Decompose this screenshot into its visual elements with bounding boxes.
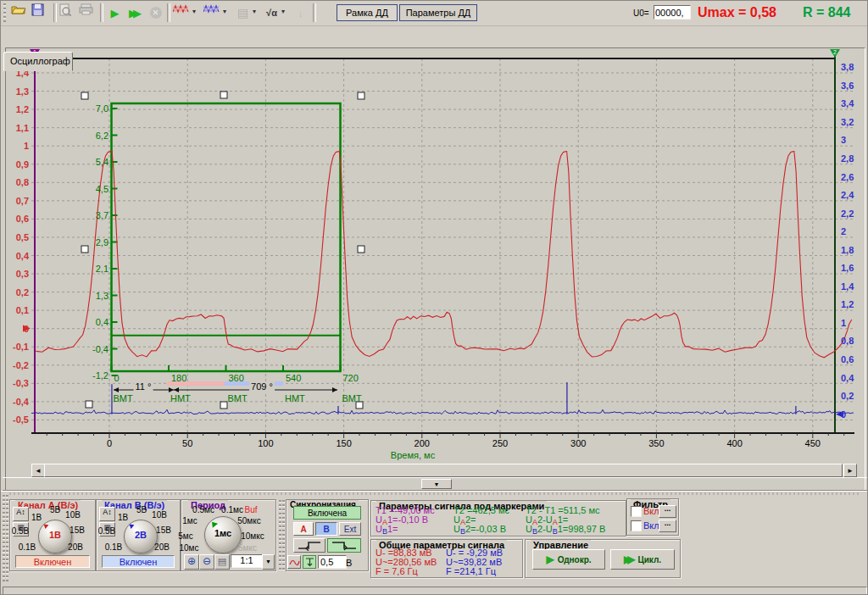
- sync-source-ext[interactable]: Ext: [339, 522, 361, 536]
- knob-scale-label: 5мкс: [238, 543, 257, 553]
- filter-a-more-button[interactable]: ...: [659, 505, 676, 518]
- r-value: R = 844: [803, 5, 850, 20]
- period-group: Период 1мс 10мс5мс1мс0.5мс0.1мсBuf50мкс1…: [181, 499, 276, 571]
- red-axis-label: -0,1: [13, 342, 29, 352]
- blue-axis-label: 0,8: [841, 336, 854, 346]
- knob-scale-label: 0.5мс: [192, 505, 214, 514]
- print-preview-icon: [58, 3, 78, 22]
- toolbar-gripper[interactable]: [3, 3, 6, 22]
- channel-a-on-button[interactable]: Включен: [15, 555, 90, 568]
- scroll-left-button[interactable]: ◄: [31, 464, 45, 477]
- green-scale-label: 5,4: [96, 157, 108, 167]
- red-axis-label: -0,5: [13, 414, 29, 425]
- knob-scale-label: 1В: [118, 513, 128, 522]
- sync-group: Синхронизация Включена А В Ext В: [286, 499, 369, 571]
- x-axis-tick-label: 450: [805, 438, 821, 448]
- sync-level-input[interactable]: [318, 555, 347, 569]
- red-axis-label: -0,4: [13, 397, 29, 407]
- degree-axis-label: 180: [171, 373, 186, 383]
- stop-icon: ✕: [146, 3, 165, 22]
- blue-axis-label: 1,6: [841, 263, 854, 273]
- blue-axis-label: 2,2: [841, 209, 854, 219]
- green-scale-label: 6,2: [96, 131, 108, 141]
- filter-b-checkbox[interactable]: [631, 520, 642, 531]
- splitter-collapse-button[interactable]: ▼: [421, 479, 452, 489]
- zoom-ratio-dropdown[interactable]: ▼: [262, 554, 275, 570]
- scroll-right-button[interactable]: ►: [843, 464, 857, 477]
- math-sqrt-icon[interactable]: √α: [262, 3, 281, 22]
- x-axis-title: Время, мс: [391, 450, 435, 460]
- cycle-run-button[interactable]: ▶▶ Цикл.: [610, 549, 675, 570]
- sync-source-a[interactable]: А: [293, 522, 314, 536]
- sync-level-marker-button[interactable]: [303, 555, 316, 569]
- knob-scale-label: 5мс: [178, 531, 192, 541]
- knob-scale-label: Buf: [244, 505, 257, 514]
- red-axis-label: 0,4: [16, 251, 29, 261]
- horizontal-scrollbar[interactable]: ◄ ►: [31, 464, 855, 475]
- marker-value: UВ2=-0,03 В: [453, 524, 506, 534]
- sync-edge-falling[interactable]: [327, 538, 361, 553]
- control-panel: Канал А (В/э) А↕ ▦ 1В 0.1В0.5В1В5В10В15В…: [1, 491, 868, 587]
- knob-scale-label: 10мкс: [241, 531, 264, 541]
- report-page-button[interactable]: ▤: [214, 554, 230, 570]
- report-icon: ▤: [233, 3, 253, 22]
- sync-source-b[interactable]: В: [315, 522, 337, 536]
- sync-edge-rising[interactable]: [293, 538, 326, 553]
- knob-scale-label: 10В: [152, 510, 167, 520]
- channel-b-adjust-button[interactable]: А↕: [99, 507, 115, 521]
- report-dropdown-icon[interactable]: ▾: [253, 8, 256, 15]
- x-axis-tick-label: 400: [726, 438, 742, 448]
- filter-b-more-button[interactable]: ...: [659, 520, 676, 532]
- blue-axis-label: 0,6: [841, 354, 854, 364]
- blue-axis-label: 0,2: [841, 391, 854, 401]
- zoom-in-button[interactable]: ⊕: [184, 554, 199, 570]
- green-scale-label: 7,0: [96, 103, 108, 114]
- math-sqrt-dropdown-icon[interactable]: ▾: [281, 8, 285, 15]
- channel-a-trace-dropdown-icon[interactable]: ▾: [192, 8, 196, 15]
- stroke-label: ВМТ: [342, 393, 362, 403]
- frame-dd-button[interactable]: Рамка ДД: [337, 4, 398, 21]
- scroll-thumb[interactable]: [44, 464, 843, 477]
- play-icon: ▶: [546, 553, 554, 565]
- toolbar: ▶▶▶✕▾▾▤▾√α▾↓ Рамка ДД Параметры ДД U0= U…: [1, 1, 868, 26]
- red-axis-label: 0,3: [16, 269, 29, 279]
- knob-scale-label: 5В: [50, 505, 60, 514]
- zoom-out-button[interactable]: ⊖: [199, 554, 214, 570]
- panel-splitter[interactable]: ▼: [3, 477, 867, 491]
- blue-axis-label: 3,8: [841, 62, 854, 72]
- zoom-ratio-select[interactable]: 1:1: [231, 554, 263, 568]
- filter-a-checkbox[interactable]: [631, 506, 642, 517]
- u0-input[interactable]: [654, 5, 691, 19]
- red-axis-label: 1,3: [16, 86, 29, 97]
- save-file-icon[interactable]: [31, 3, 51, 22]
- green-scale-label: 4,5: [96, 184, 108, 194]
- knob-scale-label: 15В: [70, 525, 85, 535]
- general-value-b: F =214,1 Гц: [446, 566, 496, 576]
- blue-axis-label: 2,4: [841, 190, 854, 200]
- plot-area[interactable]: [5, 47, 865, 492]
- run-single-icon[interactable]: ▶: [105, 3, 125, 22]
- single-run-button[interactable]: ▶ Однокр.: [532, 549, 605, 570]
- channel-b-trace-dropdown-icon[interactable]: ▾: [223, 8, 226, 15]
- channel-b-trace-icon[interactable]: [203, 3, 223, 22]
- run-cycle-icon[interactable]: ▶▶: [125, 3, 145, 22]
- knob-scale-label: 20В: [154, 542, 170, 552]
- knob-scale-label: 0.1В: [19, 542, 36, 552]
- channel-a-group: Канал А (В/э) А↕ ▦ 1В 0.1В0.5В1В5В10В15В…: [9, 499, 96, 571]
- general-params-group: Общие параметры сигнала U- =88,83 мВU~=2…: [370, 539, 523, 578]
- green-scale-label: -1,2: [92, 370, 108, 381]
- channel-a-adjust-button[interactable]: А↕: [13, 507, 29, 521]
- channel-a-trace-icon[interactable]: [173, 3, 192, 22]
- sync-enabled-button[interactable]: Включена: [293, 506, 361, 520]
- channel-b-on-button[interactable]: Включен: [102, 555, 175, 568]
- open-file-icon[interactable]: [11, 3, 31, 22]
- x-axis-tick-label: 150: [336, 438, 351, 448]
- params-dd-button[interactable]: Параметры ДД: [399, 4, 477, 21]
- import-data-icon: ↓: [291, 3, 310, 22]
- blue-axis-label: 0,4: [841, 373, 854, 383]
- tab-1[interactable]: Осциллограф: [3, 52, 73, 71]
- marker-params-group: Параметры сигнала под маркерами T1 =-49,…: [370, 500, 626, 537]
- red-axis-label: 0,7: [16, 196, 29, 206]
- sync-auto-level-button[interactable]: [287, 555, 301, 569]
- filter-group: Фильтр Вкл ... Вкл ...: [626, 498, 679, 536]
